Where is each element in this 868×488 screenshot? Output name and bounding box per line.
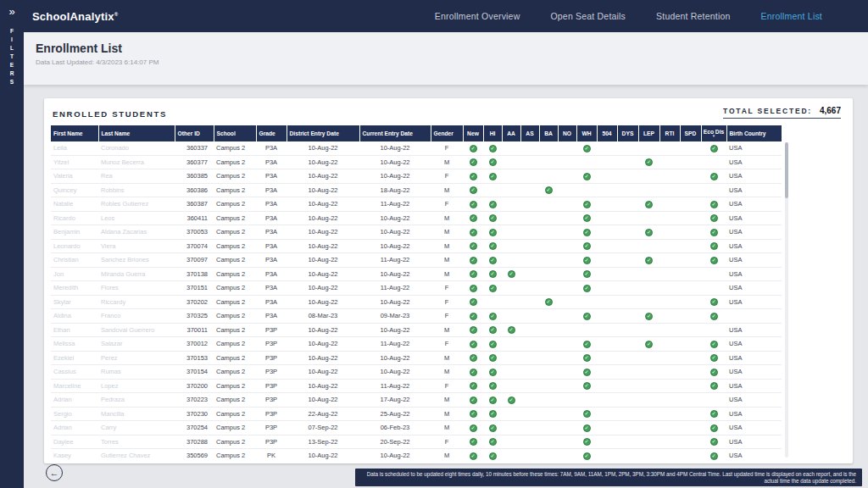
column-header-spd[interactable]: SPD (680, 125, 701, 141)
cell-flag-no (558, 323, 576, 337)
table-row[interactable]: SkylarRiccardy370202Campus 2P3A10-Aug-22… (51, 295, 782, 309)
table-row[interactable]: DayleeTorres370288Campus 2P3P13-Sep-2220… (51, 435, 782, 449)
table-row[interactable]: ChristianSanchez Briones370097Campus 2P3… (51, 253, 782, 268)
column-header-grade[interactable]: Grade (256, 125, 287, 141)
table-row[interactable]: NatalieRobles Gutierrez360387Campus 2P3A… (51, 197, 782, 212)
column-header-as[interactable]: AS (520, 125, 539, 141)
column-header-school[interactable]: School (214, 125, 256, 141)
cell-gender: F (431, 169, 463, 184)
column-header-district-entry-date[interactable]: District Entry Date (287, 125, 359, 141)
cell-flag-new: ✓ (463, 351, 483, 365)
nav-student-retention[interactable]: Student Retention (656, 11, 730, 21)
cell-birth-country: USA (726, 421, 782, 435)
table-row[interactable]: LeonardoViera370074Campus 2P3A10-Aug-221… (51, 239, 782, 253)
cell-flag-spd (680, 365, 701, 380)
column-header-last-name[interactable]: Last Name (98, 125, 175, 141)
table-row[interactable]: ValeriaRea360385Campus 2P3A10-Aug-2210-A… (51, 169, 782, 184)
table-scrollbar[interactable] (785, 142, 788, 458)
cell-school: Campus 2 (214, 169, 256, 184)
check-icon: ✓ (710, 298, 718, 306)
cell-flag-dys (617, 211, 638, 225)
cell-current-entry-date: 10-Aug-22 (359, 155, 431, 169)
table-row[interactable]: SergioMancilla370230Campus 2P3P22-Aug-22… (51, 407, 782, 421)
cell-flag-aa (502, 211, 520, 225)
cell-school: Campus 2 (214, 379, 256, 393)
cell-flag-dys (617, 239, 638, 253)
cell-grade: P3P (256, 323, 287, 337)
cell-current-entry-date: 10-Aug-22 (359, 267, 431, 281)
column-header-dys[interactable]: DYS (617, 125, 638, 141)
column-header-no[interactable]: NO (558, 125, 576, 141)
cell-flag-504 (597, 253, 617, 268)
cell-first-name: Meredith (51, 281, 98, 296)
cell-flag-as (520, 183, 539, 197)
nav-enrollment-overview[interactable]: Enrollment Overview (435, 11, 520, 21)
cell-flag-ba (539, 435, 558, 449)
table-row[interactable]: BenjaminAldana Zacarias370053Campus 2P3A… (51, 225, 782, 240)
column-header-wh[interactable]: WH (576, 125, 597, 141)
cell-flag-spd (680, 351, 701, 365)
cell-school: Campus 2 (214, 281, 256, 296)
column-header-current-entry-date[interactable]: Current Entry Date (359, 125, 431, 141)
column-header-lep[interactable]: LEP (638, 125, 659, 141)
cell-school: Campus 2 (214, 449, 256, 461)
column-header-birth-country[interactable]: Birth Country (726, 125, 782, 141)
cell-flag-dys (617, 421, 638, 435)
cell-flag-504 (597, 421, 617, 435)
table-row[interactable]: RicardoLeos360411Campus 2P3A10-Aug-2210-… (51, 211, 782, 225)
table-row[interactable]: AldinaFranco370325Campus 2P3A08-Mar-2309… (51, 309, 782, 324)
scrollbar-thumb[interactable] (785, 142, 788, 198)
cell-flag-as (520, 393, 539, 408)
column-header-gender[interactable]: Gender (431, 125, 463, 141)
table-row[interactable]: MeredithFlores370151Campus 2P3A10-Aug-22… (51, 281, 782, 296)
column-header-new[interactable]: New (463, 125, 483, 141)
nav-enrollment-list[interactable]: Enrollment List (761, 11, 822, 21)
table-row[interactable]: KaseyGutierrez Chavez350569Campus 2PK10-… (51, 449, 782, 461)
table-row[interactable]: MarcelineLopez370200Campus 2P3P10-Aug-22… (51, 379, 782, 393)
table-row[interactable]: AdrianCarry370254Campus 2P3P07-Sep-2206-… (51, 421, 782, 435)
table-row[interactable]: YitzelMunoz Becerra360377Campus 2P3A10-A… (51, 155, 782, 169)
cell-flag-hi: ✓ (483, 351, 502, 365)
table-row[interactable]: CassiusRumas370154Campus 2P3P10-Aug-2210… (51, 365, 782, 380)
column-header-eco-dis[interactable]: Eco Dis▼ (701, 125, 726, 141)
cell-flag-eco-dis (701, 267, 726, 281)
expand-filters-icon[interactable]: » (8, 6, 14, 18)
table-row[interactable]: EzekielPerez370153Campus 2P3P10-Aug-2210… (51, 351, 782, 365)
cell-gender: M (431, 211, 463, 225)
cell-first-name: Ricardo (51, 211, 98, 225)
cell-first-name: Yitzel (51, 155, 98, 169)
table-row[interactable]: MelissaSalazar370012Campus 2P3P10-Aug-22… (51, 337, 782, 352)
column-header-other-id[interactable]: Other ID (175, 125, 214, 141)
cell-last-name: Miranda Guerra (98, 267, 175, 281)
nav-open-seat-details[interactable]: Open Seat Details (550, 11, 626, 21)
cell-flag-rti (659, 169, 680, 184)
cell-flag-aa (502, 253, 520, 268)
cell-flag-eco-dis: ✓ (701, 351, 726, 365)
column-header-aa[interactable]: AA (502, 125, 520, 141)
table-row[interactable]: EthanSandoval Guerrero370011Campus 2P3P1… (51, 323, 782, 337)
cell-flag-dys (617, 323, 638, 337)
column-header-hi[interactable]: HI (483, 125, 502, 141)
cell-flag-ba (539, 421, 558, 435)
table-row[interactable]: QuinceyRobbins360386Campus 2P3A10-Aug-22… (51, 183, 782, 197)
cell-flag-spd (680, 197, 701, 212)
enrolled-students-card: ENROLLED STUDENTS TOTAL SELECTED: 4,667 … (44, 98, 853, 463)
cell-flag-504 (597, 155, 617, 169)
column-header-504[interactable]: 504 (597, 125, 617, 141)
column-header-ba[interactable]: BA (539, 125, 558, 141)
cell-flag-as (520, 449, 539, 461)
cell-last-name: Leos (98, 211, 175, 225)
table-row[interactable]: LeilaCoronado360337Campus 2P3A10-Aug-221… (51, 141, 782, 155)
table-row[interactable]: JonMiranda Guerra370138Campus 2P3A10-Aug… (51, 267, 782, 281)
cell-district-entry-date: 10-Aug-22 (287, 267, 359, 281)
cell-flag-new: ✓ (463, 323, 483, 337)
table-row[interactable]: AdrianPedraza370223Campus 2P3P10-Aug-221… (51, 393, 782, 408)
cell-flag-hi: ✓ (483, 169, 502, 184)
column-header-rti[interactable]: RTI (659, 125, 680, 141)
back-button[interactable]: ← (46, 464, 63, 481)
check-icon: ✓ (470, 341, 477, 348)
check-icon: ✓ (470, 410, 477, 418)
check-icon: ✓ (470, 298, 477, 306)
column-header-first-name[interactable]: First Name (51, 125, 98, 141)
cell-flag-new: ✓ (463, 309, 483, 324)
